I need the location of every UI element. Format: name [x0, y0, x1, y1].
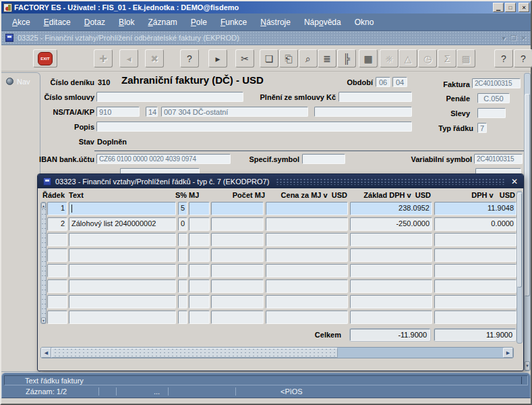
- table-cell-zaklad[interactable]: 238.0952: [350, 202, 432, 215]
- context-help-button[interactable]: ?: [494, 49, 513, 68]
- menu-item-okno[interactable]: Okno: [348, 16, 381, 29]
- rowtype-field[interactable]: 7: [477, 123, 487, 133]
- table-cell-pocet[interactable]: [211, 248, 264, 262]
- canvas-scroll-down-icon[interactable]: ▼: [525, 361, 530, 371]
- table-cell-text[interactable]: [69, 202, 176, 215]
- table-cell-zaklad[interactable]: -250.0000: [350, 217, 432, 231]
- table-scroll-thumb[interactable]: [517, 193, 522, 288]
- geometry-tool-button[interactable]: △: [398, 49, 417, 68]
- table-cell-pocet[interactable]: [211, 264, 264, 277]
- scroll-down-icon[interactable]: ▼: [41, 317, 46, 323]
- table-cell-s[interactable]: [178, 310, 187, 324]
- table-cell-text[interactable]: [69, 264, 176, 277]
- ns3-field[interactable]: 007 304 DČ-ostatní: [161, 107, 308, 117]
- mdi-restore-icon[interactable]: ▾: [502, 34, 506, 42]
- table-cell-s[interactable]: [178, 248, 187, 262]
- menu-item-editace[interactable]: Editace: [37, 16, 78, 29]
- maximize-button[interactable]: □: [505, 3, 516, 12]
- fulfil-field[interactable]: [338, 92, 412, 102]
- table-cell-dph[interactable]: 11.9048: [434, 202, 516, 215]
- period-month-field[interactable]: 06: [376, 77, 390, 87]
- table-cell-pocet[interactable]: [211, 279, 264, 293]
- ns4-field[interactable]: [314, 107, 412, 117]
- delete-record-button[interactable]: ✖: [145, 49, 164, 68]
- contract-field[interactable]: [96, 92, 243, 102]
- table-cell-cena[interactable]: [266, 233, 348, 246]
- menu-item-pole[interactable]: Pole: [184, 16, 214, 29]
- table-cell-dph[interactable]: 0.0000: [434, 217, 516, 231]
- table-cell-mj[interactable]: [189, 248, 210, 262]
- navigator-wheel-button[interactable]: ⎈: [380, 49, 398, 68]
- discount-field[interactable]: [477, 108, 506, 118]
- table-cell-mj[interactable]: [189, 295, 210, 308]
- table-cell-radek[interactable]: 2: [47, 217, 67, 231]
- table-cell-s[interactable]: [178, 295, 187, 308]
- table-cell-zaklad[interactable]: [350, 279, 432, 293]
- table-cell-zaklad[interactable]: [350, 233, 432, 246]
- menu-item-záznam[interactable]: Záznam: [141, 16, 183, 29]
- table-cell-cena[interactable]: [266, 264, 348, 277]
- table-cell-cena[interactable]: [266, 310, 348, 324]
- specsym-field[interactable]: [302, 154, 345, 164]
- table-cell-cena[interactable]: [266, 279, 348, 293]
- table-cell-mj[interactable]: [189, 233, 210, 246]
- menu-item-blok[interactable]: Blok: [112, 16, 141, 29]
- table-cell-text[interactable]: [69, 233, 176, 246]
- paste-field-button[interactable]: ⎗: [279, 49, 298, 68]
- table-cell-mj[interactable]: [189, 264, 210, 277]
- table-cell-zaklad[interactable]: [350, 310, 432, 324]
- table-cell-dph[interactable]: [434, 295, 516, 308]
- cut-button[interactable]: ✂: [235, 49, 254, 68]
- tree-view-button[interactable]: ╠: [337, 49, 356, 68]
- period-year-field[interactable]: 04: [392, 77, 407, 87]
- table-cell-mj[interactable]: [189, 217, 210, 231]
- grid-export-button[interactable]: ▩: [456, 49, 475, 68]
- table-cell-dph[interactable]: [434, 264, 516, 277]
- minimize-button[interactable]: ▁: [493, 3, 504, 12]
- dialog-close-icon[interactable]: ✕: [511, 177, 518, 186]
- varsym-field[interactable]: 2C40100315: [474, 154, 523, 164]
- table-cell-dph[interactable]: [434, 310, 516, 324]
- table-cell-s[interactable]: [178, 233, 187, 246]
- table-cell-dph[interactable]: [434, 248, 516, 262]
- table-cell-pocet[interactable]: [211, 202, 264, 215]
- table-cell-radek[interactable]: [47, 295, 67, 308]
- table-cell-mj[interactable]: [189, 202, 210, 215]
- table-cell-zaklad[interactable]: [350, 295, 432, 308]
- execute-query-button[interactable]: ▸: [208, 49, 227, 68]
- copy-field-button[interactable]: ❏: [260, 49, 278, 68]
- menu-item-nápověda[interactable]: Nápověda: [297, 16, 348, 29]
- canvas-scroll-thumb[interactable]: [525, 94, 530, 296]
- table-cell-zaklad[interactable]: [350, 248, 432, 262]
- iban-field[interactable]: CZ66 0100 0000 0020 4039 0974: [96, 154, 231, 164]
- table-cell-zaklad[interactable]: [350, 264, 432, 277]
- scroll-up-icon[interactable]: ▲: [41, 202, 46, 209]
- table-cell-text[interactable]: [69, 279, 176, 293]
- description-field[interactable]: [96, 122, 412, 132]
- find-button[interactable]: ⌕: [299, 49, 318, 68]
- close-button[interactable]: ✕: [519, 3, 529, 12]
- block-vertical-scrollbar[interactable]: ▲ ▼: [40, 202, 47, 324]
- table-cell-mj[interactable]: [189, 310, 210, 324]
- help-button[interactable]: ?: [514, 49, 532, 68]
- table-cell-radek[interactable]: [47, 248, 67, 262]
- table-horizontal-scrollbar[interactable]: ◀ ▶: [40, 347, 514, 358]
- table-cell-dph[interactable]: [434, 233, 516, 246]
- table-cell-text[interactable]: [69, 310, 176, 324]
- sum-button[interactable]: Σ: [438, 49, 456, 68]
- table-cell-radek[interactable]: [47, 233, 67, 246]
- table-cell-cena[interactable]: [266, 217, 348, 231]
- table-cell-dph[interactable]: [434, 279, 516, 293]
- table-cell-cena[interactable]: [266, 202, 348, 215]
- mdi-maximize-icon[interactable]: ❐: [510, 34, 516, 42]
- table-cell-text[interactable]: Zálohový list 2040000002: [69, 217, 176, 231]
- table-cell-cena[interactable]: [266, 248, 348, 262]
- table-cell-s[interactable]: [178, 264, 187, 277]
- exit-button[interactable]: EXIT: [33, 49, 57, 68]
- canvas-vertical-scrollbar[interactable]: ▼: [524, 73, 531, 371]
- horizontal-scroll-thumb[interactable]: [51, 348, 338, 358]
- table-cell-text[interactable]: [69, 248, 176, 262]
- table-cell-radek[interactable]: 1: [47, 202, 67, 215]
- menu-item-akce[interactable]: Akce: [5, 16, 37, 29]
- table-cell-radek[interactable]: [47, 264, 67, 277]
